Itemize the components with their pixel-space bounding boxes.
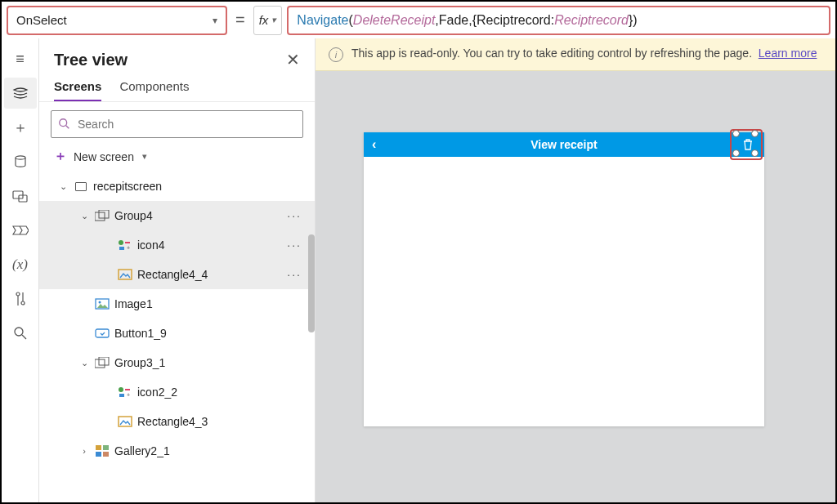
more-icon[interactable]: ···: [287, 239, 307, 252]
gal-icon: [95, 444, 110, 458]
search-icon: [58, 118, 71, 131]
tree-panel: Tree view ✕ Screens Components ＋ New scr…: [39, 38, 316, 502]
svg-rect-23: [119, 394, 124, 397]
tree-row[interactable]: Button1_9: [39, 319, 315, 348]
app-title: View receipt: [530, 138, 597, 151]
svg-line-10: [66, 126, 69, 129]
tree-label: Group4: [114, 209, 282, 222]
tree-list: ⌄recepitscreen⌄Group4···+icon4···Rectang…: [39, 172, 315, 502]
tree-label: Group3_1: [114, 356, 307, 369]
svg-rect-27: [103, 445, 109, 450]
rail-media-icon[interactable]: [4, 181, 37, 212]
svg-rect-26: [96, 445, 101, 450]
rail-search-icon[interactable]: [4, 318, 37, 349]
svg-point-22: [119, 387, 123, 392]
fx-label: fx: [259, 13, 269, 27]
left-rail: ≡ ＋ (x): [2, 38, 39, 502]
plus-icon: ＋: [54, 148, 67, 165]
btn-icon: [95, 326, 110, 341]
new-screen-label: New screen: [74, 150, 134, 163]
svg-rect-21: [99, 357, 109, 365]
rect-icon: [118, 414, 132, 429]
tree-row[interactable]: Rectangle4_3: [39, 407, 315, 436]
svg-point-13: [119, 240, 123, 245]
chevron-icon: ⌄: [57, 181, 69, 192]
property-name: OnSelect: [16, 13, 67, 27]
tree-row[interactable]: +icon4···: [39, 230, 315, 260]
rail-data-icon[interactable]: [4, 146, 37, 177]
tree-label: Gallery2_1: [114, 444, 307, 457]
tree-row[interactable]: ›Gallery2_1: [39, 436, 315, 466]
panel-tabs: Screens Components: [39, 74, 315, 102]
tab-components[interactable]: Components: [119, 79, 189, 101]
learn-more-link[interactable]: Learn more: [759, 47, 817, 60]
screen-icon: [74, 179, 88, 194]
info-text: This app is read-only. You can try to ta…: [351, 47, 817, 60]
tree-label: icon2_2: [137, 386, 307, 399]
svg-point-0: [16, 156, 25, 159]
app-preview: ‹ View receipt: [364, 132, 764, 426]
tree-row[interactable]: ⌄recepitscreen: [39, 172, 315, 201]
rail-tree-icon[interactable]: [4, 78, 37, 109]
formula-bar[interactable]: Navigate(DeleteReceipt,Fade,{Reciptrecor…: [287, 6, 830, 35]
svg-point-18: [99, 301, 101, 304]
main-area: ≡ ＋ (x) Tree view ✕ Screens Components: [2, 38, 835, 502]
back-icon[interactable]: ‹: [372, 137, 376, 152]
group-icon: [95, 355, 110, 370]
canvas-area: i This app is read-only. You can try to …: [316, 38, 835, 502]
svg-point-7: [15, 328, 23, 336]
equals-label: =: [232, 11, 248, 29]
close-icon[interactable]: ✕: [286, 50, 300, 69]
tree-label: icon4: [137, 239, 282, 252]
tree-row[interactable]: Image1: [39, 289, 315, 319]
new-screen-button[interactable]: ＋ New screen ▾: [39, 143, 315, 172]
property-selector[interactable]: OnSelect ▾: [7, 6, 227, 35]
rail-menu-icon[interactable]: ≡: [4, 43, 37, 74]
tree-row[interactable]: ⌄Group3_1: [39, 348, 315, 377]
tree-row[interactable]: +icon2_2: [39, 377, 315, 407]
group-icon: [95, 208, 110, 223]
chevron-icon: ›: [78, 446, 90, 456]
img-icon: [95, 297, 110, 311]
rail-variables-icon[interactable]: (x): [4, 249, 37, 280]
svg-rect-20: [95, 359, 105, 368]
svg-point-5: [21, 301, 25, 305]
rect-icon: [118, 267, 132, 282]
tree-row[interactable]: ⌄Group4···: [39, 201, 315, 230]
svg-rect-28: [96, 452, 101, 457]
delete-button[interactable]: [736, 134, 759, 155]
tree-row[interactable]: Rectangle4_4···: [39, 260, 315, 289]
chevron-icon: ⌄: [78, 358, 90, 368]
tree-label: Rectangle4_3: [137, 415, 307, 428]
scrollbar[interactable]: [308, 234, 315, 332]
info-bar: i This app is read-only. You can try to …: [316, 38, 835, 71]
svg-text:+: +: [127, 245, 130, 251]
chevron-down-icon: ▾: [213, 15, 217, 26]
chevron-down-icon: ▾: [271, 15, 276, 25]
fx-button[interactable]: fx ▾: [253, 6, 283, 35]
svg-rect-11: [95, 212, 105, 221]
svg-rect-12: [99, 210, 109, 218]
rail-insert-icon[interactable]: ＋: [4, 112, 37, 143]
panel-title: Tree view: [54, 51, 128, 69]
mix-icon: +: [118, 385, 132, 399]
tree-label: Image1: [114, 297, 307, 310]
tab-screens[interactable]: Screens: [54, 79, 101, 101]
more-icon[interactable]: ···: [287, 268, 307, 281]
chevron-icon: ⌄: [78, 211, 90, 221]
svg-point-9: [60, 119, 67, 127]
rail-flow-icon[interactable]: [4, 215, 37, 246]
svg-rect-19: [96, 329, 109, 337]
search-input[interactable]: [51, 110, 303, 138]
app-header: ‹ View receipt: [364, 132, 764, 157]
tree-label: Button1_9: [114, 327, 307, 340]
info-icon: i: [329, 47, 343, 62]
chevron-down-icon: ▾: [142, 151, 147, 162]
tree-label: recepitscreen: [93, 180, 307, 193]
svg-rect-29: [103, 452, 109, 457]
more-icon[interactable]: ···: [287, 209, 307, 222]
search-field[interactable]: [78, 118, 296, 131]
svg-point-3: [16, 292, 20, 296]
rail-tools-icon[interactable]: [4, 283, 37, 314]
tree-label: Rectangle4_4: [137, 268, 282, 281]
